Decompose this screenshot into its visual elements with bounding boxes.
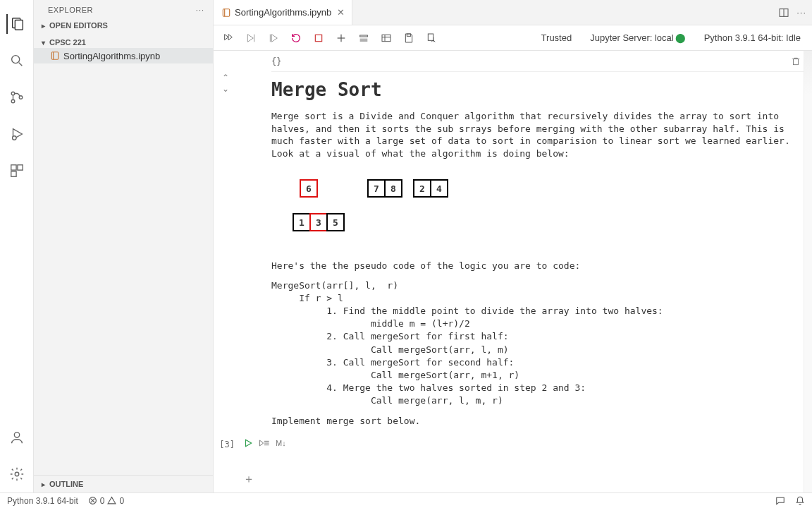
run-below-icon[interactable]: [267, 32, 280, 44]
cell-intro: Merge sort is a Divide and Conquer algor…: [271, 110, 794, 159]
svg-marker-25: [271, 34, 277, 42]
svg-rect-32: [382, 35, 390, 41]
notebook-file-icon: [49, 50, 61, 61]
source-control-icon[interactable]: [7, 87, 27, 107]
chevron-right-icon: ▸: [38, 22, 48, 30]
variables-icon[interactable]: [380, 32, 393, 44]
account-icon[interactable]: [7, 428, 27, 447]
svg-marker-39: [246, 440, 252, 446]
tab-sorting-algorithms[interactable]: SortingAlgorithms.ipynb ✕: [214, 0, 352, 25]
tab-more-icon[interactable]: ···: [796, 7, 806, 18]
markdown-toggle[interactable]: M↓: [276, 439, 286, 447]
split-editor-icon[interactable]: [778, 7, 789, 18]
svg-marker-40: [259, 440, 263, 446]
sidebar-title: EXPLORER: [48, 6, 93, 14]
run-all-icon[interactable]: [222, 32, 235, 44]
tab-bar: SortingAlgorithms.ipynb ✕ ···: [214, 0, 812, 25]
cell-header-braces: {}: [271, 56, 281, 66]
add-cell-below-icon[interactable]: ＋: [243, 472, 254, 487]
chevron-right-icon: ▸: [38, 480, 48, 488]
svg-rect-26: [315, 35, 321, 41]
svg-point-5: [11, 99, 15, 103]
problems-status[interactable]: 0 0: [88, 496, 124, 506]
svg-rect-35: [407, 34, 410, 36]
feedback-icon[interactable]: [775, 496, 785, 506]
execution-count: [3]: [214, 438, 240, 449]
svg-rect-9: [11, 165, 16, 170]
svg-point-4: [11, 92, 15, 95]
svg-marker-20: [225, 34, 228, 40]
explorer-icon[interactable]: [6, 14, 26, 34]
trusted-status[interactable]: Trusted: [539, 32, 575, 43]
outline-header[interactable]: ▸ OUTLINE: [34, 478, 213, 490]
extensions-icon[interactable]: [7, 161, 27, 181]
svg-marker-22: [247, 34, 253, 42]
notifications-icon[interactable]: [795, 496, 805, 506]
svg-rect-11: [11, 171, 16, 176]
notebook-toolbar: Trusted Jupyter Server: local⬤ Python 3.…: [214, 25, 812, 51]
notebook-body[interactable]: ⌃ ⌄ {} Merge Sort Merge sort is a Divide…: [214, 51, 812, 492]
visual-box: 2: [413, 179, 431, 198]
close-icon[interactable]: ✕: [337, 7, 345, 18]
run-by-line-icon[interactable]: [259, 439, 270, 447]
collapse-down-icon[interactable]: ⌄: [222, 83, 229, 95]
delete-cell-icon[interactable]: [791, 56, 801, 66]
kernel-status[interactable]: Python 3.9.1 64-bit: Idle: [701, 32, 804, 43]
clear-outputs-icon[interactable]: [357, 32, 370, 44]
settings-icon[interactable]: [7, 464, 27, 484]
svg-rect-14: [51, 52, 58, 60]
svg-rect-1: [15, 20, 23, 30]
scrollbar[interactable]: [804, 51, 812, 492]
svg-rect-16: [223, 8, 229, 16]
visual-box: 7: [367, 179, 386, 198]
svg-point-8: [12, 136, 16, 140]
visual-box: 3: [309, 213, 328, 231]
folder-header[interactable]: ▾ CPSC 221: [34, 37, 213, 48]
collapse-up-icon[interactable]: ⌃: [222, 72, 229, 83]
svg-point-6: [19, 96, 23, 99]
visual-box: 4: [430, 179, 448, 198]
status-bar: Python 3.9.1 64-bit 0 0: [0, 492, 812, 508]
restart-icon[interactable]: [290, 32, 302, 44]
search-icon[interactable]: [7, 51, 27, 71]
activity-bar: [0, 0, 34, 492]
svg-rect-10: [17, 165, 22, 170]
open-editors-header[interactable]: ▸ OPEN EDITORS: [34, 20, 213, 31]
markdown-cell[interactable]: {} Merge Sort Merge sort is a Divide and…: [238, 51, 808, 434]
svg-rect-38: [794, 59, 799, 64]
pseudo-code: MergeSort(arr[], l, r) If r > l 1. Find …: [271, 279, 794, 408]
run-cell-icon[interactable]: [243, 438, 253, 448]
svg-rect-36: [428, 34, 433, 40]
visual-box: 1: [293, 213, 311, 231]
implement-note: Implement merge sort below.: [271, 415, 794, 428]
jupyter-server-status[interactable]: Jupyter Server: local⬤: [587, 32, 689, 43]
svg-point-12: [14, 433, 19, 437]
visual-box: 6: [300, 179, 318, 198]
export-icon[interactable]: [425, 32, 438, 44]
code-cell[interactable]: [3] M↓: [214, 434, 808, 449]
chevron-down-icon: ▾: [38, 39, 48, 47]
run-above-icon[interactable]: [245, 32, 257, 44]
explorer-sidebar: EXPLORER ··· ▸ OPEN EDITORS ▾ CPSC 221 S…: [34, 0, 214, 492]
run-debug-icon[interactable]: [7, 124, 27, 144]
pseudo-intro: Here's the the pseudo code of the logic …: [271, 260, 794, 272]
svg-point-2: [11, 56, 19, 64]
svg-point-13: [15, 472, 19, 476]
visual-box: 5: [326, 213, 345, 231]
python-interpreter-status[interactable]: Python 3.9.1 64-bit: [7, 496, 78, 506]
save-icon[interactable]: [402, 32, 415, 44]
editor-area: SortingAlgorithms.ipynb ✕ ··· T: [214, 0, 812, 492]
visual-box: 8: [384, 179, 402, 198]
cell-heading: Merge Sort: [271, 79, 794, 100]
add-cell-icon[interactable]: [335, 32, 347, 44]
interrupt-icon[interactable]: [312, 32, 325, 44]
mergesort-visual: 6 78 24 135: [300, 179, 794, 231]
file-item[interactable]: SortingAlgorithms.ipynb: [34, 48, 213, 64]
svg-rect-29: [360, 35, 368, 37]
sidebar-more-icon[interactable]: ···: [196, 6, 204, 14]
svg-line-3: [18, 63, 22, 66]
notebook-file-icon: [221, 7, 232, 18]
